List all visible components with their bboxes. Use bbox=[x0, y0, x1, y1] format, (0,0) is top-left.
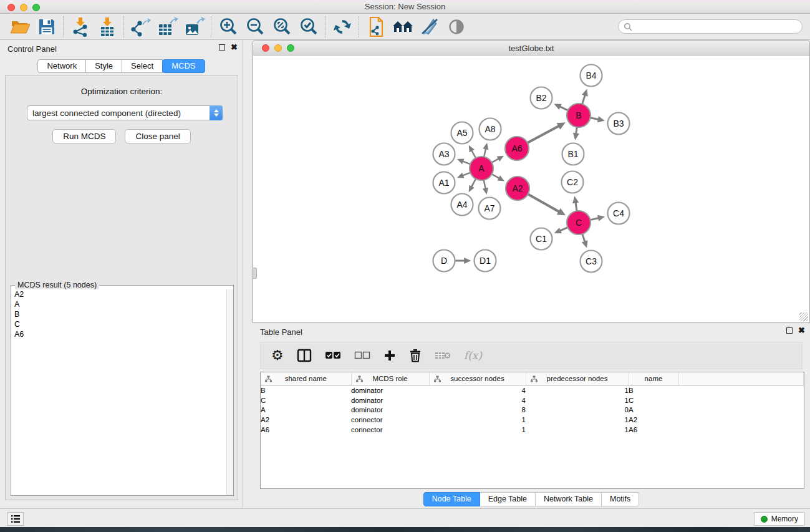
table-cell[interactable]: B bbox=[629, 385, 678, 395]
task-history-button[interactable] bbox=[7, 512, 24, 526]
save-icon[interactable] bbox=[33, 16, 60, 38]
column-header-MCDS-role[interactable]: MCDS role bbox=[351, 372, 429, 385]
result-item[interactable]: A6 bbox=[12, 329, 226, 339]
table-cell[interactable]: 4 bbox=[429, 395, 526, 405]
table-cell[interactable]: A bbox=[629, 405, 678, 415]
close-panel-icon[interactable]: ✖ bbox=[231, 44, 238, 51]
table-cell[interactable]: C bbox=[629, 395, 678, 405]
edge-C-C3[interactable] bbox=[582, 233, 586, 243]
result-item[interactable]: A2 bbox=[12, 289, 226, 299]
tab-style[interactable]: Style bbox=[86, 59, 122, 73]
eye-icon[interactable] bbox=[443, 16, 470, 38]
tab-node-table[interactable]: Node Table bbox=[423, 492, 480, 506]
table-cell[interactable]: A6 bbox=[629, 425, 678, 435]
column-header-successor-nodes[interactable]: successor nodes bbox=[429, 372, 526, 385]
network-document-icon[interactable] bbox=[362, 16, 389, 38]
edge-A6-B[interactable] bbox=[527, 125, 559, 143]
table-cell[interactable]: 1 bbox=[429, 415, 526, 425]
close-panel-button[interactable]: Close panel bbox=[125, 129, 190, 143]
result-item[interactable]: C bbox=[12, 319, 226, 329]
float-panel-icon[interactable] bbox=[219, 44, 225, 51]
edge-A-A7[interactable] bbox=[484, 180, 486, 190]
network-graph[interactable]: B4B2BB3A8A5A6B1A3AA1C2A2A4A7C4CC1C3DD1 bbox=[253, 56, 809, 322]
table-cell[interactable]: 1 bbox=[526, 415, 629, 425]
add-column-icon[interactable] bbox=[383, 349, 396, 362]
table-cell[interactable]: dominator bbox=[351, 385, 429, 395]
tab-network[interactable]: Network bbox=[37, 59, 86, 73]
network-window-titlebar[interactable]: testGlobe.txt bbox=[253, 41, 809, 56]
table-row[interactable]: Adominator80A bbox=[261, 405, 804, 415]
tab-edge-table[interactable]: Edge Table bbox=[480, 492, 536, 506]
edge-C-C4[interactable] bbox=[590, 218, 600, 220]
table-cell[interactable]: B bbox=[261, 385, 351, 395]
network-canvas[interactable]: B4B2BB3A8A5A6B1A3AA1C2A2A4A7C4CC1C3DD1 bbox=[253, 56, 809, 322]
table-cell[interactable]: dominator bbox=[351, 395, 429, 405]
table-cell[interactable]: 1 bbox=[526, 425, 629, 435]
edge-A-A8[interactable] bbox=[484, 148, 486, 157]
refresh-icon[interactable] bbox=[329, 16, 355, 38]
table-cell[interactable]: 4 bbox=[429, 385, 526, 395]
open-folder-icon[interactable] bbox=[6, 16, 33, 38]
table-cell[interactable]: connector bbox=[351, 415, 429, 425]
hide-annotations-icon[interactable] bbox=[416, 16, 443, 38]
export-network-icon[interactable] bbox=[127, 16, 154, 38]
table-cell[interactable]: connector bbox=[351, 425, 429, 435]
table-cell[interactable]: C bbox=[261, 395, 351, 405]
edge-B-B2[interactable] bbox=[559, 106, 569, 110]
edge-B-B3[interactable] bbox=[590, 118, 599, 120]
edge-A-A1[interactable] bbox=[462, 172, 471, 175]
table-row[interactable]: Bdominator41B bbox=[261, 385, 804, 395]
edge-C-C2[interactable] bbox=[576, 201, 577, 211]
edge-B-B4[interactable] bbox=[582, 94, 585, 104]
deselect-checkboxes-icon[interactable] bbox=[354, 351, 370, 360]
column-header-name[interactable]: name bbox=[629, 372, 678, 385]
edge-A-A3[interactable] bbox=[462, 161, 471, 164]
search-input[interactable] bbox=[618, 19, 803, 34]
home-icon[interactable] bbox=[389, 16, 416, 38]
table-cell[interactable]: A2 bbox=[261, 415, 351, 425]
table-cell[interactable]: A2 bbox=[629, 415, 678, 425]
tab-select[interactable]: Select bbox=[122, 59, 163, 73]
table-cell[interactable]: A6 bbox=[261, 425, 351, 435]
table-row[interactable]: A6connector11A6 bbox=[261, 425, 804, 435]
export-table-icon[interactable] bbox=[154, 16, 181, 38]
node-table[interactable]: shared nameMCDS rolesuccessor nodesprede… bbox=[260, 372, 804, 489]
criterion-dropdown[interactable]: largest connected component (directed) bbox=[27, 105, 223, 120]
memory-button[interactable]: Memory bbox=[754, 512, 805, 526]
close-table-panel-icon[interactable]: ✖ bbox=[798, 327, 805, 334]
table-cell[interactable]: 1 bbox=[429, 425, 526, 435]
select-all-checkboxes-icon[interactable] bbox=[325, 351, 341, 360]
export-image-icon[interactable] bbox=[181, 16, 208, 38]
import-table-icon[interactable] bbox=[94, 16, 120, 38]
zoom-out-icon[interactable] bbox=[241, 16, 268, 38]
table-cell[interactable]: 0 bbox=[526, 405, 629, 415]
table-body[interactable]: Bdominator41BCdominator41CAdominator80AA… bbox=[261, 385, 804, 435]
table-row[interactable]: A2connector11A2 bbox=[261, 415, 804, 425]
column-header-predecessor-nodes[interactable]: predecessor nodes bbox=[526, 372, 629, 385]
result-item[interactable]: B bbox=[12, 309, 226, 319]
table-cell[interactable]: 1 bbox=[526, 385, 629, 395]
birdseye-handle[interactable] bbox=[253, 268, 257, 279]
edge-A-A4[interactable] bbox=[471, 178, 476, 188]
zoom-in-icon[interactable] bbox=[215, 16, 241, 38]
edge-C-C1[interactable] bbox=[559, 227, 568, 231]
edge-A-A5[interactable] bbox=[471, 150, 476, 158]
run-mcds-button[interactable]: Run MCDS bbox=[52, 129, 116, 143]
result-scrollbar[interactable] bbox=[226, 289, 233, 495]
float-table-panel-icon[interactable] bbox=[786, 327, 793, 334]
column-header-shared-name[interactable]: shared name bbox=[261, 372, 351, 385]
delete-trash-icon[interactable] bbox=[409, 349, 422, 362]
table-cell[interactable]: A bbox=[261, 405, 351, 415]
edge-A-A2[interactable] bbox=[491, 174, 500, 179]
edge-A-A6[interactable] bbox=[491, 158, 499, 163]
edge-A2-C[interactable] bbox=[528, 194, 560, 212]
result-item[interactable]: A bbox=[12, 299, 226, 309]
zoom-fit-icon[interactable] bbox=[268, 16, 295, 38]
table-header-row[interactable]: shared nameMCDS rolesuccessor nodesprede… bbox=[261, 372, 804, 385]
settings-gear-icon[interactable]: ⚙ bbox=[271, 349, 284, 362]
split-columns-icon[interactable] bbox=[297, 349, 312, 362]
tab-mcds[interactable]: MCDS bbox=[162, 59, 205, 73]
mcds-result-list[interactable]: A2ABCA6 bbox=[12, 289, 226, 495]
tab-network-table[interactable]: Network Table bbox=[536, 492, 602, 506]
table-row[interactable]: Cdominator41C bbox=[261, 395, 804, 405]
